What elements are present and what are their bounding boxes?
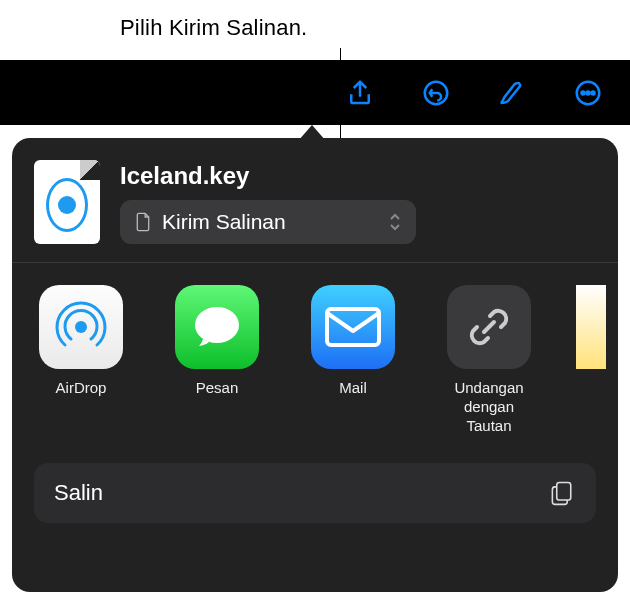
app-label: AirDrop xyxy=(56,379,107,398)
svg-point-2 xyxy=(582,91,585,94)
messages-icon xyxy=(175,285,259,369)
share-icon[interactable] xyxy=(343,76,377,110)
send-mode-dropdown[interactable]: Kirim Salinan xyxy=(120,200,416,244)
svg-point-4 xyxy=(592,91,595,94)
file-name: Iceland.key xyxy=(120,162,596,190)
chevron-up-down-icon xyxy=(388,212,402,232)
actions-list: Salin xyxy=(12,445,618,523)
document-icon xyxy=(134,212,152,232)
top-toolbar xyxy=(0,60,630,125)
app-invite-link[interactable]: Undangan dengan Tautan xyxy=(440,285,538,435)
brush-icon[interactable] xyxy=(495,76,529,110)
svg-rect-7 xyxy=(327,309,379,345)
undo-icon[interactable] xyxy=(419,76,453,110)
app-mail[interactable]: Mail xyxy=(304,285,402,435)
app-messages[interactable]: Pesan xyxy=(168,285,266,435)
link-icon xyxy=(447,285,531,369)
airdrop-icon xyxy=(39,285,123,369)
callout-annotation: Pilih Kirim Salinan. xyxy=(120,15,307,41)
notes-icon xyxy=(576,285,606,369)
sheet-header: Iceland.key Kirim Salinan xyxy=(12,138,618,262)
action-copy[interactable]: Salin xyxy=(34,463,596,523)
dropdown-label: Kirim Salinan xyxy=(162,210,378,234)
svg-point-6 xyxy=(195,307,239,343)
svg-point-5 xyxy=(75,321,87,333)
app-label: Pesan xyxy=(196,379,239,398)
svg-rect-8 xyxy=(557,483,571,501)
app-airdrop[interactable]: AirDrop xyxy=(32,285,130,435)
apps-row: AirDrop Pesan Mail xyxy=(12,263,618,445)
more-icon[interactable] xyxy=(571,76,605,110)
mail-icon xyxy=(311,285,395,369)
app-label: Mail xyxy=(339,379,367,398)
share-sheet: Iceland.key Kirim Salinan Ai xyxy=(12,138,618,592)
app-notes-partial[interactable] xyxy=(576,285,606,435)
copy-icon xyxy=(548,479,576,507)
app-label: Undangan dengan Tautan xyxy=(440,379,538,435)
svg-point-3 xyxy=(587,91,590,94)
action-label: Salin xyxy=(54,480,103,506)
file-thumbnail xyxy=(34,160,100,244)
